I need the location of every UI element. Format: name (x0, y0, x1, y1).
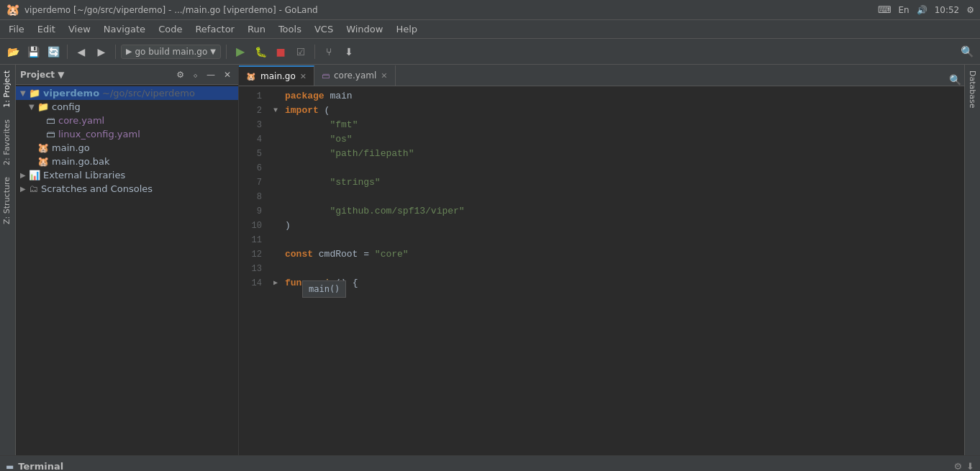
tree-config-folder[interactable]: ▼ 📁 config (16, 100, 238, 114)
right-sidebar: Database (964, 65, 980, 455)
editor-area: 🐹 main.go ✕ 🗃 core.yaml ✕ 🔍 1 2 3 4 5 6 … (239, 65, 964, 455)
coverage-btn[interactable]: ☑ (292, 43, 309, 60)
build-config-arrow: ▼ (210, 47, 216, 55)
build-config-select[interactable]: ▶ go build main.go ▼ (121, 45, 221, 59)
toolbar: 📂 💾 🔄 ◀ ▶ ▶ go build main.go ▼ ▶ 🐛 ■ ☑ ⑂… (0, 39, 980, 65)
menu-run[interactable]: Run (242, 22, 271, 36)
line-num-11: 11 (239, 233, 262, 247)
structure-panel-tab[interactable]: Z: Structure (0, 171, 15, 230)
line-num-9: 9 (239, 204, 262, 219)
terminal-settings-btn[interactable]: ⚙ (953, 461, 962, 471)
tree-external-libraries-label: External Libraries (43, 170, 125, 180)
menu-tools[interactable]: Tools (273, 22, 307, 36)
toolbar-sep-4 (314, 45, 315, 59)
code-line-2: ▼ import ( (273, 104, 964, 118)
terminal-controls: ⚙ ⬇ (953, 461, 974, 471)
tab-main-go-label: main.go (260, 71, 296, 81)
tree-core-yaml[interactable]: 🗃 core.yaml (16, 114, 238, 127)
tab-main-go[interactable]: 🐹 main.go ✕ (239, 65, 314, 86)
menu-file[interactable]: File (3, 22, 30, 36)
tree-main-go[interactable]: 🐹 main.go (16, 141, 238, 155)
vcs-btn[interactable]: ⑂ (320, 43, 337, 60)
code-editor: 1 2 3 4 5 6 7 8 9 10 11 12 13 14 package… (239, 86, 964, 455)
project-panel-header: Project ▼ ⚙ ⬦ — ✕ (16, 65, 238, 85)
keyboard-icon: ⌨ (878, 4, 891, 15)
line-num-5: 5 (239, 147, 262, 161)
favorites-panel-tab[interactable]: 2: Favorites (0, 114, 15, 171)
tree-scratches-consoles[interactable]: ▶ 🗂 Scratches and Consoles (16, 182, 238, 196)
code-line-1: package main (273, 89, 964, 104)
line-num-7: 7 (239, 175, 262, 190)
stop-btn[interactable]: ■ (272, 43, 289, 60)
tree-linux-config-yaml[interactable]: 🗃 linux_config.yaml (16, 127, 238, 141)
tree-root-label: viperdemo (43, 88, 99, 99)
menu-code[interactable]: Code (153, 22, 188, 36)
line-num-14: 14 (239, 276, 262, 291)
clock: 10:52 (935, 5, 960, 15)
back-btn[interactable]: ◀ (73, 43, 90, 60)
settings-icon[interactable]: ⚙ (966, 5, 974, 15)
menu-window[interactable]: Window (340, 22, 389, 36)
menu-vcs[interactable]: VCS (309, 22, 339, 36)
search-everywhere-btn[interactable]: 🔍 (958, 43, 976, 60)
title-bar: 🐹 viperdemo [~/go/src/viperdemo] - .../m… (0, 0, 980, 20)
code-line-13 (273, 262, 964, 276)
window-title: viperdemo [~/go/src/viperdemo] - .../mai… (24, 5, 318, 15)
tree-external-libraries[interactable]: ▶ 📊 External Libraries (16, 168, 238, 182)
save-btn[interactable]: 💾 (24, 43, 42, 60)
line-num-6: 6 (239, 161, 262, 175)
tree-main-go-label: main.go (52, 142, 90, 153)
tab-main-go-close[interactable]: ✕ (300, 72, 307, 81)
menu-view[interactable]: View (63, 22, 96, 36)
menu-help[interactable]: Help (390, 22, 423, 36)
tree-linux-config-label: linux_config.yaml (58, 129, 140, 140)
bottom-panel: ▬ Terminal ⚙ ⬇ + ✕ Local Local (1) wang@… (0, 455, 980, 471)
project-panel-title: Project ▼ (20, 70, 64, 80)
tab-core-yaml[interactable]: 🗃 core.yaml ✕ (314, 65, 396, 86)
forward-btn[interactable]: ▶ (93, 43, 110, 60)
app-icon: 🐹 (6, 3, 20, 17)
line-num-1: 1 (239, 89, 262, 104)
menu-edit[interactable]: Edit (32, 22, 61, 36)
panel-settings-btn[interactable]: ⚙ (173, 68, 187, 81)
code-content[interactable]: package main ▼ import ( "fmt" "os" (268, 86, 964, 455)
title-bar-left: 🐹 viperdemo [~/go/src/viperdemo] - .../m… (6, 3, 318, 17)
tab-core-yaml-close[interactable]: ✕ (381, 71, 387, 81)
menu-refactor[interactable]: Refactor (189, 22, 240, 36)
editor-search-btn[interactable]: 🔍 (946, 74, 964, 86)
line-num-2: 2 (239, 104, 262, 118)
panel-scroll-btn[interactable]: ⬦ (190, 68, 201, 81)
build-config-label: go build main.go (135, 47, 207, 57)
panel-collapse-btn[interactable]: — (204, 68, 218, 81)
tab-main-go-icon: 🐹 (246, 72, 256, 81)
line-num-3: 3 (239, 118, 262, 132)
open-folder-btn[interactable]: 📂 (4, 43, 22, 60)
menu-navigate[interactable]: Navigate (98, 22, 151, 36)
autocomplete-text: main() (309, 284, 340, 294)
tree-main-go-bak[interactable]: 🐹 main.go.bak (16, 155, 238, 168)
lang-indicator[interactable]: En (898, 5, 909, 15)
panel-close-btn[interactable]: ✕ (221, 68, 234, 81)
sync-btn[interactable]: 🔄 (45, 43, 62, 60)
code-line-7: "strings" (273, 175, 964, 190)
database-panel-tab[interactable]: Database (966, 65, 979, 114)
editor-tabs: 🐹 main.go ✕ 🗃 core.yaml ✕ 🔍 (239, 65, 964, 86)
code-line-6 (273, 161, 964, 175)
tree-main-go-bak-label: main.go.bak (52, 156, 109, 167)
debug-btn[interactable]: 🐛 (252, 43, 269, 60)
project-panel-tab[interactable]: 1: Project (0, 65, 15, 114)
toolbar-sep-3 (226, 45, 227, 59)
line-num-12: 12 (239, 247, 262, 262)
terminal-minimize-btn[interactable]: ⬇ (966, 461, 974, 471)
toolbar-sep-2 (115, 45, 116, 59)
code-line-4: "os" (273, 132, 964, 147)
autocomplete-tooltip: main() (302, 280, 346, 298)
terminal-header: ▬ Terminal ⚙ ⬇ (0, 456, 980, 471)
line-num-8: 8 (239, 190, 262, 204)
vcs-update-btn[interactable]: ⬇ (340, 43, 358, 60)
tree-root-viperdemo[interactable]: ▼ 📁 viperdemo ~/go/src/viperdemo (16, 86, 238, 100)
run-btn[interactable]: ▶ (232, 43, 249, 60)
menu-bar: File Edit View Navigate Code Refactor Ru… (0, 20, 980, 39)
code-line-5: "path/filepath" (273, 147, 964, 161)
project-tree: ▼ 📁 viperdemo ~/go/src/viperdemo ▼ 📁 con… (16, 85, 238, 455)
